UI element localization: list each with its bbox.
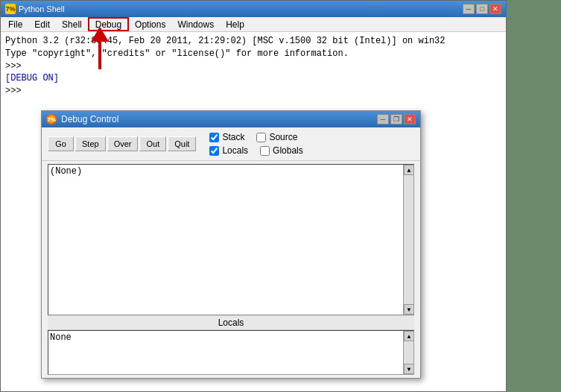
go-button[interactable]: Go bbox=[48, 136, 74, 151]
quit-button[interactable]: Quit bbox=[168, 136, 196, 151]
source-label: Source bbox=[269, 132, 297, 142]
debug-locals-panel[interactable]: None ▲ ▼ bbox=[48, 330, 414, 375]
menu-options[interactable]: Options bbox=[129, 17, 171, 31]
source-checkbox[interactable] bbox=[256, 133, 266, 142]
step-button[interactable]: Step bbox=[75, 136, 106, 151]
debug-window-icon: 7% bbox=[46, 114, 57, 124]
menu-shell[interactable]: Shell bbox=[56, 17, 88, 31]
globals-checkbox-label[interactable]: Globals bbox=[260, 145, 303, 156]
locals-section-label: Locals bbox=[48, 315, 414, 330]
shell-output-line1: Python 3.2 (r32:88445, Feb 20 2011, 21:2… bbox=[5, 35, 501, 48]
stack-label: Stack bbox=[222, 132, 244, 142]
out-button[interactable]: Out bbox=[139, 136, 166, 151]
locals-checkbox[interactable] bbox=[209, 146, 219, 156]
shell-debug-on: [DEBUG ON] bbox=[5, 72, 501, 85]
scrollbar-down-btn[interactable]: ▼ bbox=[404, 304, 414, 314]
debug-title-left: 7% Debug Control bbox=[46, 114, 118, 124]
debug-controls-area: Go Step Over Out Quit Stack Source bbox=[42, 127, 420, 161]
minimize-button[interactable]: ─ bbox=[463, 4, 475, 14]
locals-scrollbar-up[interactable]: ▲ bbox=[404, 331, 414, 341]
debug-checkboxes: Stack Source Locals Globals bbox=[209, 132, 302, 156]
stack-checkbox-label[interactable]: Stack bbox=[209, 132, 244, 142]
checkbox-row-2: Locals Globals bbox=[209, 145, 302, 156]
menu-help[interactable]: Help bbox=[220, 17, 250, 31]
globals-checkbox[interactable] bbox=[260, 146, 270, 156]
menu-file[interactable]: File bbox=[2, 17, 28, 31]
debug-info-area: (None) ▲ ▼ Locals None ▲ ▼ bbox=[42, 161, 420, 378]
shell-prompt2: >>> bbox=[5, 85, 501, 98]
scrollbar-up-btn[interactable]: ▲ bbox=[404, 165, 414, 175]
shell-window-icon: 7% bbox=[5, 4, 16, 14]
shell-title-bar: 7% Python Shell ─ □ ✕ bbox=[1, 1, 506, 17]
debug-window-title: Debug Control bbox=[61, 114, 118, 124]
menu-windows[interactable]: Windows bbox=[171, 17, 220, 31]
debug-locals-scrollbar[interactable]: ▲ ▼ bbox=[403, 331, 413, 374]
debug-btn-row: Go Step Over Out Quit bbox=[48, 136, 196, 151]
menu-debug[interactable]: Debug bbox=[88, 17, 129, 31]
debug-title-bar: 7% Debug Control ─ ❐ ✕ bbox=[42, 111, 420, 127]
menu-edit[interactable]: Edit bbox=[28, 17, 56, 31]
shell-output-line2: Type "copyright", "credits" or "license(… bbox=[5, 48, 501, 60]
locals-check-label: Locals bbox=[222, 145, 248, 156]
debug-control-window: 7% Debug Control ─ ❐ ✕ Go Step Over Out … bbox=[41, 110, 421, 379]
title-bar-controls: ─ □ ✕ bbox=[463, 4, 501, 14]
shell-prompt1: >>> bbox=[5, 60, 501, 73]
title-bar-left: 7% Python Shell bbox=[5, 4, 65, 14]
debug-title-controls: ─ ❐ ✕ bbox=[377, 114, 416, 124]
globals-label: Globals bbox=[273, 145, 303, 156]
close-button[interactable]: ✕ bbox=[489, 4, 501, 14]
locals-scrollbar-down[interactable]: ▼ bbox=[404, 364, 414, 374]
menu-bar: File Edit Shell Debug Options Windows He… bbox=[1, 17, 506, 32]
locals-checkbox-label[interactable]: Locals bbox=[209, 145, 248, 156]
debug-main-content: (None) bbox=[50, 166, 82, 177]
debug-minimize-button[interactable]: ─ bbox=[377, 114, 389, 124]
source-checkbox-label[interactable]: Source bbox=[256, 132, 297, 142]
over-button[interactable]: Over bbox=[107, 136, 139, 151]
debug-main-scrollbar[interactable]: ▲ ▼ bbox=[403, 165, 413, 314]
stack-checkbox[interactable] bbox=[209, 133, 219, 142]
maximize-button[interactable]: □ bbox=[476, 4, 488, 14]
debug-locals-content: None bbox=[50, 332, 72, 343]
debug-button-group: Go Step Over Out Quit bbox=[48, 132, 196, 156]
debug-close-button[interactable]: ✕ bbox=[404, 114, 416, 124]
debug-main-panel[interactable]: (None) ▲ ▼ bbox=[48, 164, 414, 315]
debug-restore-button[interactable]: ❐ bbox=[390, 114, 402, 124]
shell-window-title: Python Shell bbox=[19, 4, 65, 13]
checkbox-row-1: Stack Source bbox=[209, 132, 302, 142]
